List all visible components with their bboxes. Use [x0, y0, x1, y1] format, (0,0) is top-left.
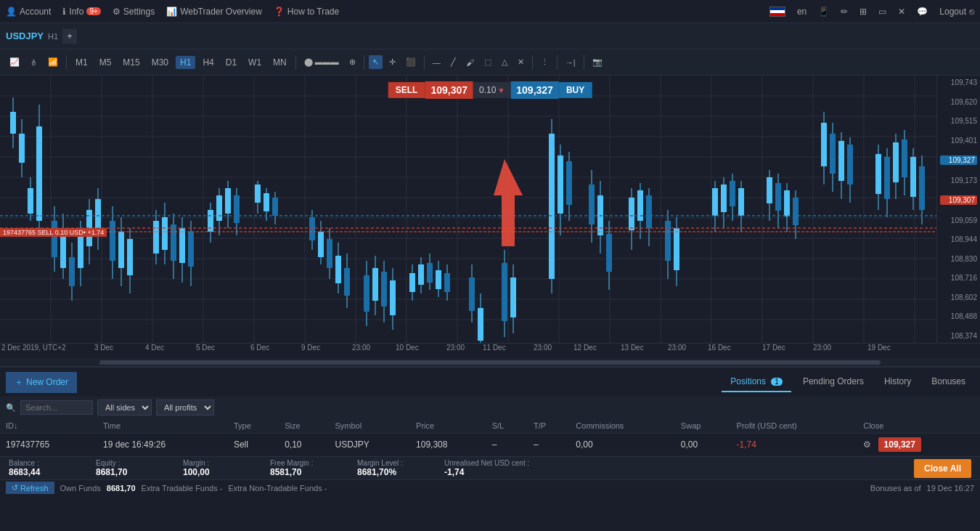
fullscreen-icon[interactable]: ✕	[898, 7, 905, 17]
tab-pending-orders[interactable]: Pending Orders	[794, 372, 873, 392]
tf-w1[interactable]: W1	[244, 56, 266, 69]
webtrader-nav-item[interactable]: 📊 WebTrader Overview	[166, 7, 262, 17]
svg-rect-51	[110, 221, 115, 261]
bid-price-label: 109,307	[940, 195, 977, 205]
balance-label: Balance :	[9, 459, 96, 467]
mobile-icon[interactable]: 📱	[818, 7, 829, 17]
price-widget: SELL 109,307 0.10 ▼ 109,327 BUY	[388, 81, 592, 99]
symbol-name: USDJPY	[6, 31, 44, 41]
buy-price: 109,327	[510, 81, 559, 99]
howtotrade-label: How to Trade	[287, 7, 339, 17]
cell-tp: –	[528, 434, 570, 456]
search-input[interactable]	[20, 400, 93, 415]
equity-label: Equity :	[96, 459, 183, 467]
svg-rect-75	[255, 185, 261, 203]
howtotrade-icon: ❓	[274, 7, 285, 17]
add-symbol-button[interactable]: +	[62, 29, 77, 44]
tf-h4[interactable]: H4	[198, 56, 218, 69]
shapes-btn[interactable]: ⬚	[481, 55, 495, 69]
cell-commissions: 0,00	[570, 434, 675, 456]
chat-icon[interactable]: 💬	[917, 7, 928, 17]
svg-rect-79	[272, 198, 278, 216]
tline-btn[interactable]: ╱	[447, 55, 460, 69]
new-order-button[interactable]: ＋ New Order	[6, 372, 77, 393]
candle-type-button[interactable]: 🕯	[26, 56, 41, 69]
time-label-7: 23:00	[352, 344, 370, 352]
price-level-6: 109,059	[940, 216, 977, 224]
grid-icon[interactable]: ⊞	[859, 7, 867, 17]
svg-rect-53	[118, 232, 124, 268]
close-all-button[interactable]: Close All	[914, 459, 971, 478]
signal-btn[interactable]: ⬤ ▬▬▬	[301, 55, 343, 69]
filter-row: 🔍 All sides Buy Sell All profits Positiv…	[0, 397, 980, 418]
free-margin-label: Free Margin :	[270, 459, 357, 467]
tf-m30[interactable]: M30	[147, 56, 173, 69]
settings-nav-item[interactable]: ⚙ Settings	[113, 7, 155, 17]
all-profits-select[interactable]: All profits Positive Negative	[156, 400, 214, 416]
refresh-button[interactable]: ↺ Refresh	[6, 482, 54, 494]
svg-rect-149	[775, 183, 781, 211]
fib-btn[interactable]: △	[498, 55, 511, 69]
ext-tools-btn[interactable]: →|	[562, 56, 579, 69]
all-sides-select[interactable]: All sides Buy Sell	[97, 400, 152, 416]
indicators-button[interactable]: 📈	[6, 55, 23, 69]
svg-rect-69	[216, 195, 222, 221]
logout-nav-item[interactable]: Logout ⎋	[939, 7, 974, 17]
cell-symbol: USDJPY	[329, 434, 410, 456]
price-level-7: 108,944	[940, 235, 977, 243]
volume-button[interactable]: 📶	[44, 55, 62, 69]
pencil-icon[interactable]: ✏	[841, 7, 848, 17]
cell-id: 197437765	[0, 434, 97, 456]
settings-icon: ⚙	[113, 7, 121, 17]
hline-btn[interactable]: —	[429, 56, 444, 69]
svg-rect-41	[60, 235, 66, 268]
svg-rect-65	[188, 232, 194, 267]
tf-d1[interactable]: D1	[221, 56, 241, 69]
zoom-rect-btn[interactable]: ⬛	[402, 55, 420, 69]
crosshair-btn[interactable]: ✛	[385, 55, 399, 69]
chart-svg[interactable]	[0, 76, 936, 343]
col-time: Time	[97, 418, 228, 434]
row-settings-icon[interactable]: ⚙	[863, 439, 871, 450]
tab-positions[interactable]: Positions 1	[722, 372, 791, 392]
price-level-5: 109,173	[940, 177, 977, 185]
tab-bonuses[interactable]: Bonuses	[923, 372, 974, 392]
lang-label[interactable]: en	[797, 7, 807, 17]
cell-size: 0,10	[279, 434, 329, 456]
chart-toolbar: 📈 🕯 📶 M1 M5 M15 M30 H1 H4 D1 W1 MN ⬤ ▬▬▬…	[0, 49, 980, 76]
price-axis: 109,743 109,620 109,515 109,401 109,327 …	[936, 76, 980, 343]
positions-table: ID↓ Time Type Size Symbol Price S/L T/P …	[0, 418, 980, 456]
time-label-6: 9 Dec	[301, 344, 320, 352]
account-nav-item[interactable]: 👤 Account	[6, 7, 51, 17]
tf-m5[interactable]: M5	[95, 56, 116, 69]
tab-history[interactable]: History	[875, 372, 920, 392]
chart-scrollbar[interactable]	[0, 359, 980, 366]
own-funds-label: Own Funds	[60, 484, 101, 493]
cursor-btn[interactable]: ↖	[369, 55, 383, 69]
zoom-out-btn[interactable]: ⊕	[346, 55, 359, 69]
info-nav-item[interactable]: ℹ Info 9+	[62, 7, 100, 17]
new-order-label: New Order	[26, 377, 68, 387]
bar-chart-btn[interactable]: ⋮	[537, 55, 552, 69]
svg-rect-165	[884, 157, 890, 199]
time-label-18: 19 Dec	[867, 344, 891, 352]
row-close-button[interactable]: 109,327	[878, 437, 921, 452]
delete-btn[interactable]: ✕	[514, 55, 528, 69]
camera-btn[interactable]: 📷	[589, 55, 606, 69]
buy-button[interactable]: BUY	[559, 82, 592, 98]
col-sl: S/L	[486, 418, 528, 434]
tf-m15[interactable]: M15	[118, 56, 144, 69]
svg-rect-103	[427, 263, 433, 283]
tf-mn[interactable]: MN	[269, 56, 291, 69]
time-label-17: 23:00	[813, 344, 831, 352]
tf-m1[interactable]: M1	[71, 56, 92, 69]
price-level-2: 109,620	[940, 98, 977, 106]
spread-value: 0.10	[479, 85, 496, 95]
tf-h1[interactable]: H1	[176, 56, 195, 69]
brush-btn[interactable]: 🖌	[462, 56, 478, 69]
svg-rect-89	[344, 268, 350, 296]
sell-button[interactable]: SELL	[388, 82, 425, 98]
layout-icon[interactable]: ▭	[878, 7, 886, 17]
col-symbol: Symbol	[329, 418, 410, 434]
howtotrade-nav-item[interactable]: ❓ How to Trade	[274, 7, 339, 17]
